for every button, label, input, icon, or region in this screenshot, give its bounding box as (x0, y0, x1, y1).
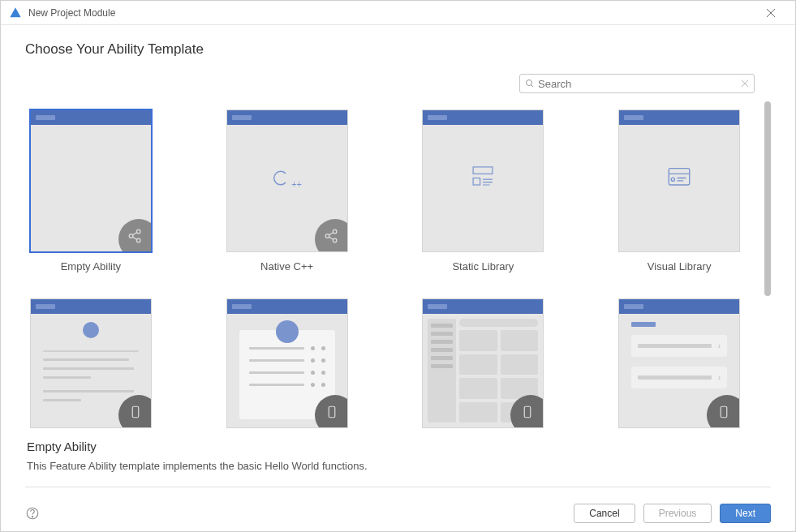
template-description: Empty Ability This Feature Ability templ… (25, 430, 771, 487)
static-library-icon (469, 163, 497, 193)
template-form[interactable] (222, 298, 353, 430)
svg-rect-24 (525, 406, 531, 418)
svg-point-19 (671, 178, 674, 181)
svg-line-10 (329, 232, 333, 235)
template-label: Empty Ability (61, 260, 121, 272)
next-button[interactable]: Next (720, 504, 771, 523)
template-empty-ability[interactable]: Empty Ability (25, 109, 157, 274)
template-label: Static Library (452, 260, 514, 272)
window-title: New Project Module (28, 7, 755, 19)
visual-library-icon (665, 163, 693, 193)
template-label: Native C++ (260, 260, 313, 272)
template-visual-library[interactable]: Visual Library (613, 109, 745, 274)
cpp-icon: ++ (272, 169, 302, 189)
footer-buttons: Cancel Previous Next (574, 504, 771, 523)
svg-rect-13 (473, 178, 480, 186)
template-thumbnail (422, 109, 544, 252)
description-text: This Feature Ability template implements… (27, 460, 769, 472)
template-static-library[interactable]: Static Library (418, 109, 549, 274)
footer: Cancel Previous Next (1, 496, 795, 531)
share-badge-icon (118, 219, 152, 252)
template-thumbnail (30, 109, 152, 252)
templates-scroll-area: Empty Ability ++ Native C++ (25, 101, 771, 430)
svg-line-11 (329, 237, 333, 240)
clear-search-icon[interactable] (741, 79, 749, 88)
svg-point-4 (136, 238, 140, 242)
svg-line-6 (132, 237, 137, 240)
previous-button[interactable]: Previous (643, 504, 712, 523)
svg-line-1 (531, 85, 534, 88)
description-title: Empty Ability (27, 440, 769, 453)
template-thumbnail: › › (618, 298, 740, 428)
svg-point-2 (129, 234, 133, 238)
template-navigation[interactable] (418, 298, 549, 430)
vertical-scrollbar[interactable] (764, 101, 771, 430)
template-thumbnail (226, 298, 348, 428)
template-thumbnail (422, 298, 544, 428)
titlebar: New Project Module (1, 1, 795, 25)
svg-rect-23 (329, 406, 335, 418)
svg-point-7 (325, 234, 329, 238)
template-thumbnail (618, 109, 740, 252)
search-box[interactable] (519, 74, 755, 93)
template-thumbnail: ++ (226, 109, 348, 252)
search-row (25, 74, 771, 93)
help-icon[interactable] (25, 506, 40, 521)
content-area: Choose Your Ability Template Empty (1, 25, 795, 496)
svg-point-3 (136, 230, 140, 234)
svg-rect-22 (132, 406, 139, 418)
share-badge-icon (315, 219, 348, 252)
svg-point-8 (333, 230, 337, 234)
phone-badge-icon (510, 395, 544, 428)
page-heading: Choose Your Ability Template (25, 41, 771, 58)
template-cards[interactable]: › › (613, 298, 745, 430)
search-icon (525, 79, 535, 88)
template-label: Visual Library (648, 260, 712, 272)
window-close-button[interactable] (755, 1, 787, 25)
template-thumbnail (30, 298, 152, 428)
svg-rect-17 (669, 169, 690, 185)
svg-line-5 (132, 232, 137, 235)
template-profile[interactable] (25, 298, 157, 430)
svg-point-9 (333, 238, 337, 242)
svg-rect-12 (473, 167, 493, 174)
templates-grid: Empty Ability ++ Native C++ (25, 101, 761, 430)
svg-rect-25 (721, 406, 727, 418)
template-native-cpp[interactable]: ++ Native C++ (222, 109, 353, 274)
scrollbar-thumb[interactable] (764, 101, 771, 296)
search-input[interactable] (538, 78, 741, 90)
svg-point-27 (32, 517, 32, 517)
cancel-button[interactable]: Cancel (574, 504, 635, 523)
svg-point-0 (527, 80, 532, 86)
app-icon (9, 6, 22, 19)
